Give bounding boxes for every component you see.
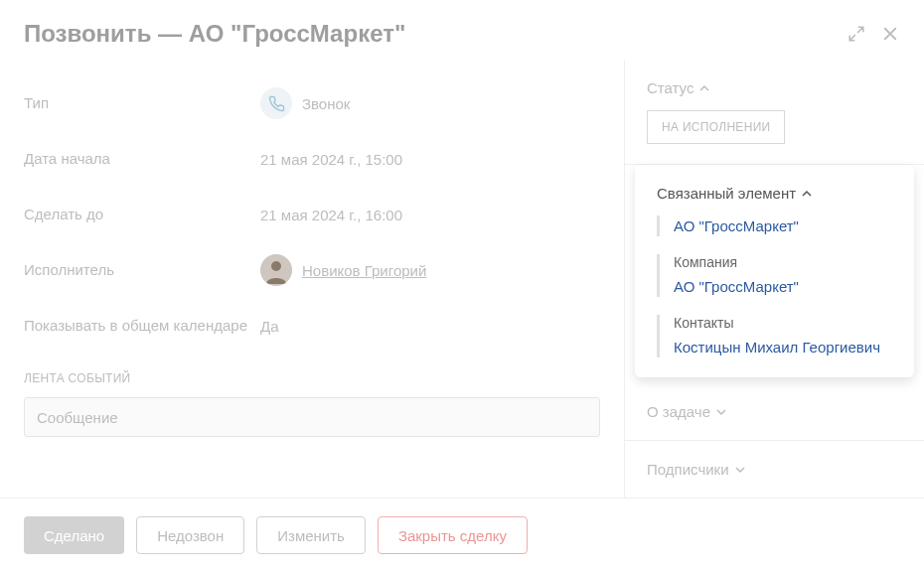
status-badge[interactable]: НА ИСПОЛНЕНИИ xyxy=(647,110,785,144)
field-label-shared: Показывать в общем календаре xyxy=(24,316,260,336)
related-company-label: Компания xyxy=(674,254,892,270)
edit-button[interactable]: Изменить xyxy=(256,516,366,554)
chevron-up-icon xyxy=(802,189,812,199)
field-type: Тип Звонок xyxy=(24,75,600,131)
avatar xyxy=(260,254,292,286)
related-content: АО "ГроссМаркет" Компания АО "ГроссМарке… xyxy=(657,215,892,358)
sidebar-section-related: Связанный элемент АО "ГроссМаркет" Компа… xyxy=(635,165,914,377)
no-answer-button[interactable]: Недозвон xyxy=(136,516,244,554)
chevron-down-icon xyxy=(735,465,745,475)
subscribers-title: Подписчики xyxy=(647,461,729,478)
done-button[interactable]: Сделано xyxy=(24,516,124,554)
field-value-assignee: Новиков Григорий xyxy=(260,254,600,286)
sidebar-section-about: О задаче xyxy=(625,383,924,441)
dialog-body: Тип Звонок Дата начала 21 мая 2024 г., 1… xyxy=(0,60,924,498)
subscribers-header[interactable]: Подписчики xyxy=(647,461,902,478)
related-contacts-block: Контакты Костицын Михаил Георгиевич xyxy=(657,315,892,358)
field-due-date: Сделать до 21 мая 2024 г., 16:00 xyxy=(24,187,600,242)
sidebar-section-status: Статус НА ИСПОЛНЕНИИ xyxy=(625,60,924,165)
related-primary-block: АО "ГроссМаркет" xyxy=(657,215,892,236)
related-contacts-label: Контакты xyxy=(674,315,892,331)
sidebar: Статус НА ИСПОЛНЕНИИ Связанный элемент xyxy=(624,60,924,498)
close-icon[interactable] xyxy=(880,24,900,44)
field-shared-calendar: Показывать в общем календаре Да xyxy=(24,298,600,354)
message-input[interactable] xyxy=(24,397,600,437)
about-title: О задаче xyxy=(647,403,710,420)
field-start-date: Дата начала 21 мая 2024 г., 15:00 xyxy=(24,131,600,187)
dialog-header-actions xyxy=(847,24,900,44)
field-label-type: Тип xyxy=(24,93,260,113)
field-label-start: Дата начала xyxy=(24,149,260,169)
related-title: Связанный элемент xyxy=(657,185,796,202)
status-header[interactable]: Статус xyxy=(647,79,902,96)
related-company-link[interactable]: АО "ГроссМаркет" xyxy=(674,276,892,297)
main-column: Тип Звонок Дата начала 21 мая 2024 г., 1… xyxy=(0,60,624,498)
field-value-shared: Да xyxy=(260,318,600,335)
status-title: Статус xyxy=(647,79,693,96)
task-dialog: Позвонить — АО "ГроссМаркет" Тип xyxy=(0,0,924,572)
assignee-link[interactable]: Новиков Григорий xyxy=(302,262,426,279)
related-primary-link[interactable]: АО "ГроссМаркет" xyxy=(674,215,892,236)
svg-point-1 xyxy=(271,261,281,271)
field-assignee: Исполнитель Новиков Григорий xyxy=(24,242,600,298)
field-value-type: Звонок xyxy=(260,87,600,119)
dialog-header: Позвонить — АО "ГроссМаркет" xyxy=(0,0,924,60)
events-title: ЛЕНТА СОБЫТИЙ xyxy=(24,371,600,385)
phone-icon xyxy=(260,87,292,119)
chevron-up-icon xyxy=(699,83,709,93)
sidebar-section-subscribers: Подписчики xyxy=(625,441,924,498)
events-section: ЛЕНТА СОБЫТИЙ xyxy=(24,371,600,437)
related-company-block: Компания АО "ГроссМаркет" xyxy=(657,254,892,297)
about-header[interactable]: О задаче xyxy=(647,403,902,420)
chevron-down-icon xyxy=(716,407,726,417)
close-deal-button[interactable]: Закрыть сделку xyxy=(378,516,528,554)
field-label-due: Сделать до xyxy=(24,205,260,224)
related-header[interactable]: Связанный элемент xyxy=(657,185,892,202)
dialog-title: Позвонить — АО "ГроссМаркет" xyxy=(24,20,405,48)
expand-icon[interactable] xyxy=(847,24,866,44)
dialog-footer: Сделано Недозвон Изменить Закрыть сделку xyxy=(0,498,924,572)
related-contacts-link[interactable]: Костицын Михаил Георгиевич xyxy=(674,337,892,358)
field-value-start: 21 мая 2024 г., 15:00 xyxy=(260,151,600,168)
field-label-assignee: Исполнитель xyxy=(24,260,260,280)
type-value-text: Звонок xyxy=(302,95,350,112)
fields-list: Тип Звонок Дата начала 21 мая 2024 г., 1… xyxy=(24,60,600,354)
field-value-due: 21 мая 2024 г., 16:00 xyxy=(260,207,600,223)
